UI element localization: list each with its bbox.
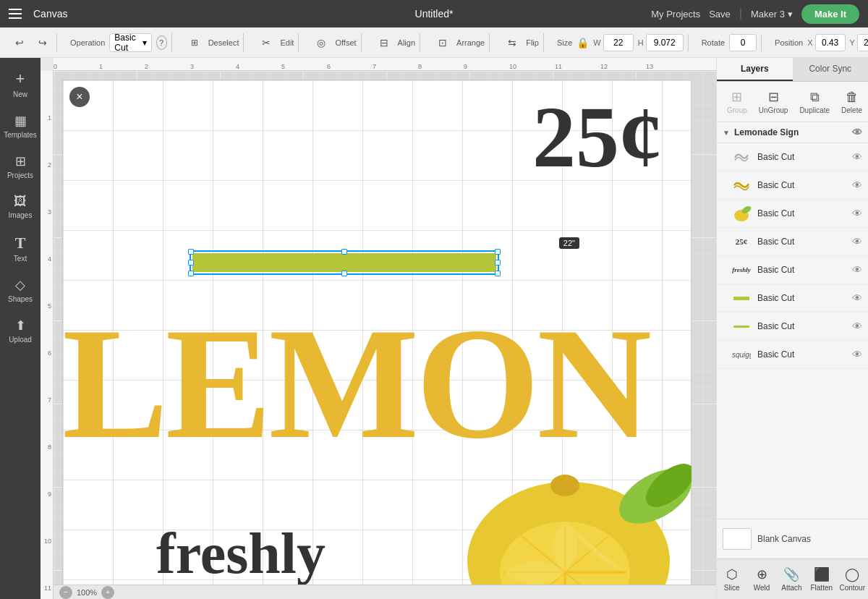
x-input[interactable] [815, 34, 846, 51]
tab-layers-label: Layers [741, 64, 769, 74]
ruler-left: 1 2 3 4 5 6 7 8 9 10 11 [41, 71, 54, 599]
text-label: Text [14, 255, 27, 263]
group-visibility-icon[interactable]: 👁 [852, 127, 862, 138]
slice-button[interactable]: ⬡ Slice [717, 562, 746, 596]
group-name: Lemonade Sign [734, 127, 799, 137]
price-text[interactable]: 25¢ [532, 94, 663, 181]
layer-thumb-7 [731, 316, 752, 336]
zoom-in-button[interactable]: + [101, 586, 114, 599]
operation-group: Operation Basic Cut ▾ ? [66, 33, 172, 52]
tab-layers[interactable]: Layers [717, 58, 793, 81]
layer-item-8[interactable]: squiggel Basic Cut 👁 [717, 341, 868, 369]
sidebar-item-templates[interactable]: ▦ Templates [1, 107, 39, 145]
canvas-content[interactable]: 25¢ 22" LEMON freshly [62, 80, 692, 599]
my-projects-button[interactable]: My Projects [651, 9, 700, 20]
y-input[interactable] [857, 34, 868, 51]
layer-group-header[interactable]: ▼ Lemonade Sign 👁 [717, 122, 868, 143]
layer-item-7[interactable]: Basic Cut 👁 [717, 313, 868, 341]
lock-icon[interactable]: 🔒 [576, 37, 589, 48]
ruler-tick-9: 9 [464, 63, 467, 70]
attach-button[interactable]: 📎 Attach [777, 562, 807, 596]
right-panel: Layers Color Sync ⊞ Group ⊟ UnGroup ⧉ Du… [716, 58, 868, 599]
weld-button[interactable]: ⊕ Weld [746, 562, 776, 596]
layer-item-1[interactable]: Basic Cut 👁 [717, 143, 868, 171]
layer-item-3[interactable]: Basic Cut 👁 [717, 200, 868, 228]
freshly-text[interactable]: freshly [156, 521, 326, 587]
green-bar[interactable] [192, 253, 496, 272]
layer-item-6[interactable]: Basic Cut 👁 [717, 284, 868, 313]
layer-visibility-7-icon[interactable]: 👁 [852, 320, 862, 332]
offset-button[interactable]: ◎ [312, 33, 331, 52]
flatten-button[interactable]: ⬛ Flatten [807, 562, 836, 596]
layer-name-3: Basic Cut [757, 208, 846, 218]
tab-color-sync[interactable]: Color Sync [793, 58, 869, 81]
layer-visibility-6-icon[interactable]: 👁 [852, 292, 862, 304]
layer-visibility-4-icon[interactable]: 👁 [852, 236, 862, 247]
sidebar-item-projects[interactable]: ⊞ Projects [1, 148, 39, 185]
layer-thumb-2 [731, 175, 752, 195]
canvas-area[interactable]: 0 1 2 3 4 5 6 7 8 9 10 11 12 13 1 2 3 4 … [41, 58, 716, 599]
text-icon: T [15, 234, 26, 252]
operation-value: Basic Cut [114, 33, 139, 53]
operation-select[interactable]: Basic Cut ▾ [109, 33, 151, 52]
rotate-input[interactable] [729, 34, 757, 51]
ruler-tick-8: 8 [418, 63, 422, 70]
layer-name-2: Basic Cut [757, 180, 846, 190]
sidebar-item-text[interactable]: T Text [1, 228, 39, 268]
layer-visibility-2-icon[interactable]: 👁 [852, 179, 862, 191]
group-label: Group [727, 106, 747, 114]
layer-item-5[interactable]: freshly Basic Cut 👁 [717, 256, 868, 284]
ungroup-button[interactable]: ⊟ UnGroup [754, 86, 793, 117]
undo-button[interactable]: ↩ [10, 33, 29, 52]
contour-icon: ◯ [845, 566, 859, 582]
lemon-text[interactable]: LEMON [62, 304, 649, 463]
layer-thumb-4: 25¢ [731, 231, 752, 252]
layer-item-4[interactable]: 25¢ Basic Cut 👁 [717, 228, 868, 256]
flatten-label: Flatten [810, 584, 833, 592]
toolbar: ↩ ↪ Operation Basic Cut ▾ ? ⊞ Deselect ✂… [0, 27, 868, 58]
delete-button[interactable]: 🗑 Delete [837, 87, 867, 117]
duplicate-button[interactable]: ⧉ Duplicate [795, 87, 834, 117]
group-button[interactable]: ⊞ Group [723, 86, 752, 117]
lemon-illustration[interactable] [446, 446, 692, 599]
offset-label: Offset [335, 38, 356, 47]
attach-icon: 📎 [783, 566, 799, 582]
close-icon: × [76, 90, 82, 103]
redo-button[interactable]: ↪ [33, 33, 52, 52]
sidebar-item-images[interactable]: 🖼 Images [1, 188, 39, 225]
ruler-tick-6: 6 [327, 63, 331, 70]
edit-button[interactable]: ✂ [257, 33, 276, 52]
new-label: New [13, 90, 27, 98]
layer-visibility-5-icon[interactable]: 👁 [852, 264, 862, 276]
save-button[interactable]: Save [709, 9, 731, 20]
flip-button[interactable]: ⇆ [503, 33, 522, 52]
main-area: + New ▦ Templates ⊞ Projects 🖼 Images T … [0, 58, 868, 599]
templates-icon: ▦ [14, 113, 27, 129]
arrange-group: ⊡ Arrange [429, 33, 490, 52]
layer-item-2[interactable]: Basic Cut 👁 [717, 171, 868, 200]
templates-label: Templates [4, 131, 37, 139]
deselect-button[interactable]: ⊞ [185, 33, 204, 52]
layer-visibility-8-icon[interactable]: 👁 [852, 349, 862, 360]
canvas-close-button[interactable]: × [69, 87, 90, 107]
layer-visibility-1-icon[interactable]: 👁 [852, 151, 862, 163]
lemon-svg [446, 446, 692, 599]
project-name: Untitled* [415, 8, 454, 20]
operation-help-button[interactable]: ? [156, 35, 167, 50]
maker-selector[interactable]: Maker 3 ▾ [751, 9, 793, 20]
height-input[interactable] [646, 34, 684, 51]
menu-button[interactable] [9, 9, 22, 19]
offset-group: ◎ Offset [307, 33, 361, 52]
width-input[interactable] [603, 34, 634, 51]
sidebar-item-new[interactable]: + New [1, 64, 39, 104]
zoom-out-button[interactable]: − [59, 586, 72, 599]
sidebar-item-upload[interactable]: ⬆ Upload [1, 312, 39, 349]
layer-name-6: Basic Cut [757, 293, 846, 303]
sidebar-item-shapes[interactable]: ◇ Shapes [1, 271, 39, 309]
layer-visibility-3-icon[interactable]: 👁 [852, 208, 862, 219]
arrange-button[interactable]: ⊡ [433, 33, 452, 52]
make-it-button[interactable]: Make It [801, 4, 859, 24]
contour-button[interactable]: ◯ Contour [836, 562, 868, 596]
align-button[interactable]: ⊟ [375, 33, 393, 52]
panel-tabs: Layers Color Sync [717, 58, 868, 82]
